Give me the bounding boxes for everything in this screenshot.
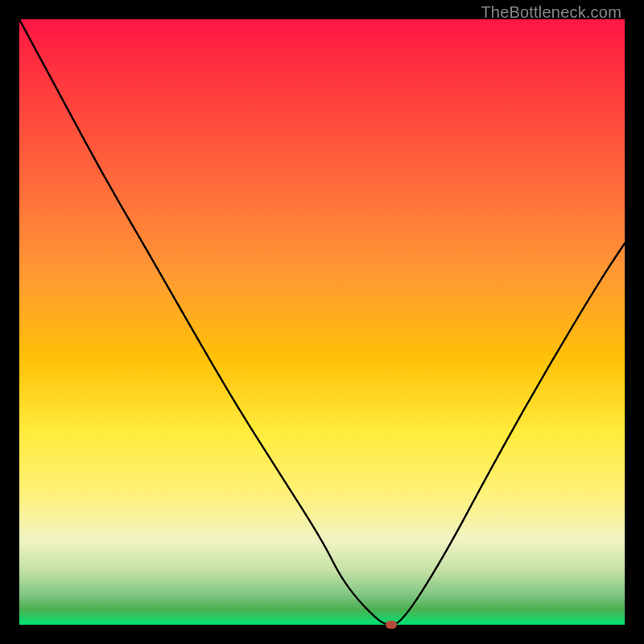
attribution-text: TheBottleneck.com — [481, 3, 621, 22]
bottleneck-curve — [19, 19, 625, 625]
bottleneck-chart: TheBottleneck.com — [0, 0, 644, 644]
minimum-marker — [386, 621, 397, 629]
plot-area — [19, 19, 625, 625]
